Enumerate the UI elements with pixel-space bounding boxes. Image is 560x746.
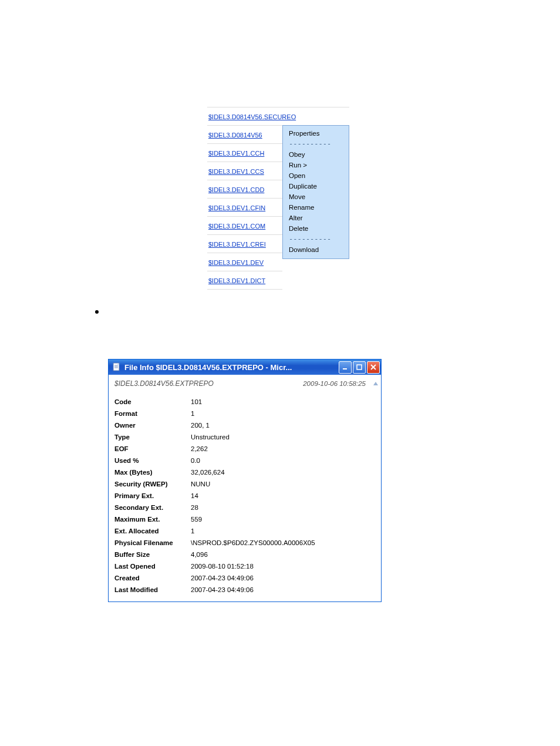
window-controls [339, 361, 380, 374]
file-link[interactable]: $IDEL3.DEV1.CREI [208, 241, 266, 248]
context-divider: ---------- [283, 234, 349, 244]
properties-timestamp: 2009-10-06 10:58:25 [303, 380, 375, 387]
context-menu: Properties ---------- Obey Run > Open Du… [282, 125, 349, 259]
file-link[interactable]: $IDEL3.DEV1.CCS [208, 168, 264, 175]
property-row: Owner 200, 1 [114, 419, 375, 431]
property-row: Buffer Size 4,096 [114, 549, 375, 560]
property-label: Secondary Ext. [114, 502, 191, 513]
property-value: 2009-08-10 01:52:18 [191, 560, 375, 572]
property-value: 2007-04-23 04:49:06 [191, 572, 375, 584]
property-label: Security (RWEP) [114, 478, 191, 490]
context-divider: ---------- [283, 139, 349, 149]
svg-line-7 [371, 365, 376, 369]
property-row: Secondary Ext. 28 [114, 502, 375, 513]
property-row: Security (RWEP) NUNU [114, 478, 375, 490]
property-row: Physical Filename \NSPROD.$P6D02.ZYS0000… [114, 537, 375, 549]
svg-line-6 [371, 365, 376, 369]
property-value: NUNU [191, 478, 375, 490]
list-item[interactable]: $IDEL3.DEV1.CFIN [207, 199, 282, 217]
property-value: 200, 1 [191, 419, 375, 431]
page-icon [112, 362, 122, 372]
property-value: 28 [191, 502, 375, 513]
file-link[interactable]: $IDEL3.DEV1.CDD [208, 186, 264, 193]
list-item[interactable]: $IDEL3.D0814V56.SECUREO [207, 107, 349, 126]
property-row: Used % 0.0 [114, 455, 375, 466]
property-label: Ext. Allocated [114, 525, 191, 537]
context-item-move[interactable]: Move [283, 191, 349, 202]
property-row: Format 1 [114, 408, 375, 419]
list-item[interactable]: $IDEL3.DEV1.DICT [207, 271, 282, 290]
property-label: Code [114, 396, 191, 408]
svg-rect-5 [357, 365, 362, 369]
property-row: Primary Ext. 14 [114, 490, 375, 502]
property-row: Last Modified 2007-04-23 04:49:06 [114, 584, 375, 596]
property-label: Last Opened [114, 560, 191, 572]
property-value: Unstructured [191, 431, 375, 443]
property-value: \NSPROD.$P6D02.ZYS00000.A0006X05 [191, 537, 375, 549]
list-item[interactable]: $IDEL3.DEV1.CREI [207, 235, 282, 253]
property-value: 14 [191, 490, 375, 502]
property-label: Format [114, 408, 191, 419]
property-value: 559 [191, 513, 375, 525]
minimize-button[interactable] [339, 361, 352, 374]
file-list-panel: $IDEL3.D0814V56.SECUREO $IDEL3.D0814V56 … [207, 107, 372, 290]
file-link[interactable]: $IDEL3.DEV1.COM [208, 223, 265, 230]
file-link[interactable]: $IDEL3.D0814V56 [208, 132, 262, 139]
file-link[interactable]: $IDEL3.D0814V56.SECUREO [208, 113, 296, 120]
properties-filename: $IDEL3.D0814V56.EXTPREPO [114, 379, 214, 388]
scroll-up-icon[interactable] [372, 379, 380, 388]
window-title: File Info $IDEL3.D0814V56.EXTPREPO - Mic… [124, 363, 336, 372]
context-item-rename[interactable]: Rename [283, 202, 349, 213]
property-label: Primary Ext. [114, 490, 191, 502]
list-item[interactable]: $IDEL3.D0814V56 [207, 126, 282, 144]
property-label: Created [114, 572, 191, 584]
context-item-open[interactable]: Open [283, 170, 349, 181]
list-item[interactable]: $IDEL3.DEV1.DEV [207, 253, 282, 271]
context-item-duplicate[interactable]: Duplicate [283, 181, 349, 191]
context-item-delete[interactable]: Delete [283, 223, 349, 234]
properties-window: File Info $IDEL3.D0814V56.EXTPREPO - Mic… [108, 359, 382, 602]
property-label: Type [114, 431, 191, 443]
property-value: 2,262 [191, 443, 375, 455]
property-value: 1 [191, 525, 375, 537]
file-link[interactable]: $IDEL3.DEV1.DEV [208, 259, 264, 266]
properties-header: $IDEL3.D0814V56.EXTPREPO 2009-10-06 10:5… [114, 379, 375, 388]
context-item-properties[interactable]: Properties [283, 128, 349, 139]
property-row: EOF 2,262 [114, 443, 375, 455]
properties-body: $IDEL3.D0814V56.EXTPREPO 2009-10-06 10:5… [109, 375, 381, 601]
maximize-button[interactable] [353, 361, 366, 374]
property-value: 2007-04-23 04:49:06 [191, 584, 375, 596]
context-item-alter[interactable]: Alter [283, 213, 349, 223]
context-item-run[interactable]: Run > [283, 160, 349, 170]
property-label: Physical Filename [114, 537, 191, 549]
property-label: Used % [114, 455, 191, 466]
property-row: Maximum Ext. 559 [114, 513, 375, 525]
property-row: Last Opened 2009-08-10 01:52:18 [114, 560, 375, 572]
file-list: $IDEL3.D0814V56.SECUREO $IDEL3.D0814V56 … [207, 107, 282, 290]
property-label: Owner [114, 419, 191, 431]
property-row: Code 101 [114, 396, 375, 408]
list-item[interactable]: $IDEL3.DEV1.CCS [207, 162, 282, 180]
property-value: 1 [191, 408, 375, 419]
file-link[interactable]: $IDEL3.DEV1.CCH [208, 150, 264, 157]
bullet-icon [95, 310, 99, 314]
context-item-download[interactable]: Download [283, 244, 349, 255]
context-item-obey[interactable]: Obey [283, 149, 349, 160]
property-row: Type Unstructured [114, 431, 375, 443]
file-link[interactable]: $IDEL3.DEV1.CFIN [208, 204, 265, 211]
property-value: 0.0 [191, 455, 375, 466]
property-label: Buffer Size [114, 549, 191, 560]
file-link[interactable]: $IDEL3.DEV1.DICT [208, 277, 265, 284]
window-titlebar[interactable]: File Info $IDEL3.D0814V56.EXTPREPO - Mic… [109, 359, 381, 375]
property-label: Last Modified [114, 584, 191, 596]
list-item[interactable]: $IDEL3.DEV1.CCH [207, 144, 282, 162]
property-label: EOF [114, 443, 191, 455]
close-button[interactable] [367, 361, 380, 374]
list-item[interactable]: $IDEL3.DEV1.CDD [207, 180, 282, 199]
property-value: 32,026,624 [191, 466, 375, 478]
list-item[interactable]: $IDEL3.DEV1.COM [207, 217, 282, 235]
property-label: Maximum Ext. [114, 513, 191, 525]
property-row: Max (Bytes) 32,026,624 [114, 466, 375, 478]
property-row: Created 2007-04-23 04:49:06 [114, 572, 375, 584]
svg-rect-4 [343, 368, 347, 369]
